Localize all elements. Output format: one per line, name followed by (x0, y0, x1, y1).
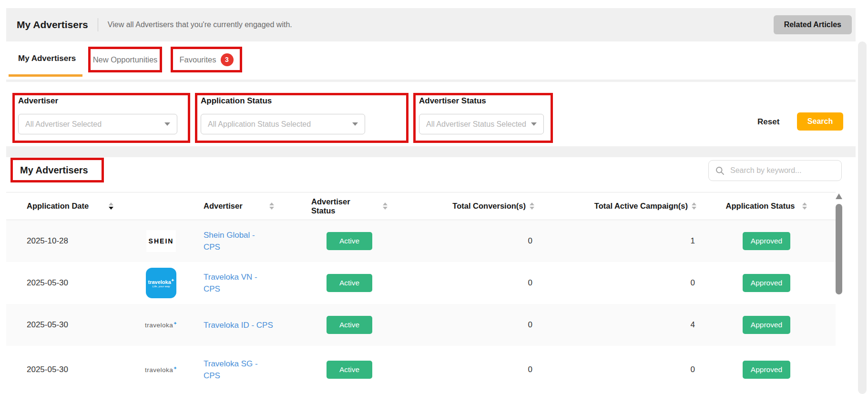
tab-favourites[interactable]: Favourites 3 (179, 53, 233, 66)
cell-application-date: 2025-05-30 (6, 365, 144, 374)
tab-my-advertisers[interactable]: My Advertisers (18, 54, 76, 63)
application-status-badge: Approved (743, 361, 790, 379)
traveloka-text-logo: traveloka✦ (145, 366, 177, 374)
sort-icon[interactable] (269, 202, 274, 210)
advertiser-link[interactable]: Traveloka SG -CPS (204, 358, 258, 382)
page-scrollbar-track[interactable] (858, 41, 867, 394)
traveloka-text-logo: traveloka✦ (145, 322, 177, 329)
cell-total-conversions: 0 (388, 365, 535, 374)
cell-application-date: 2025-05-30 (6, 278, 144, 288)
cell-application-status: Approved (697, 361, 836, 379)
tab-favourites-label: Favourites (179, 55, 216, 64)
shein-logo: SHEIN (146, 230, 176, 252)
advertiser-link[interactable]: Traveloka ID - CPS (204, 319, 273, 331)
cell-total-active-campaigns: 0 (535, 365, 697, 374)
cell-advertiser: Traveloka SG -CPS (178, 358, 311, 382)
page-subtitle: View all Advertisers that you're current… (108, 20, 292, 29)
advertiser-status-badge: Active (327, 316, 372, 334)
advertiser-link[interactable]: Shein Global -CPS (204, 229, 255, 253)
caret-down-icon (352, 122, 358, 126)
keyword-search-box[interactable] (708, 160, 842, 181)
application-status-badge: Approved (743, 232, 790, 250)
advertiser-status-badge: Active (327, 232, 372, 250)
sort-icon[interactable] (530, 202, 534, 210)
column-header-total-conversions[interactable]: Total Conversion(s) (388, 192, 535, 220)
cell-logo: traveloka✦Life, your way (144, 268, 178, 298)
active-tab-underline (9, 74, 82, 77)
advertiser-status-filter-label: Advertiser Status (419, 96, 551, 106)
advertiser-filter-dropdown[interactable]: All Advertiser Selected (18, 114, 177, 134)
annotation-box-application-status-filter: Application Status All Application Statu… (195, 93, 408, 143)
related-articles-button[interactable]: Related Articles (774, 15, 852, 34)
page-title: My Advertisers (17, 19, 88, 30)
cell-total-active-campaigns: 4 (535, 320, 697, 330)
title-divider (98, 18, 98, 31)
cell-total-conversions: 0 (388, 320, 535, 330)
sort-icon[interactable] (802, 202, 807, 210)
annotation-box-favourites: Favourites 3 (171, 47, 242, 72)
application-status-filter-label: Application Status (201, 96, 406, 106)
tabs-bar: My Advertisers New Opportunities Favouri… (6, 41, 856, 80)
cell-application-status: Approved (697, 232, 836, 250)
table-header-row: Application Date Advertiser Advertiser S… (6, 192, 836, 220)
cell-logo: traveloka✦ (144, 366, 178, 374)
application-status-badge: Approved (743, 274, 790, 292)
page: My Advertisers View all Advertisers that… (0, 0, 868, 394)
table-scrollbar-up-arrow-icon[interactable] (836, 193, 842, 199)
table-scrollbar-thumb[interactable] (836, 204, 842, 294)
column-header-application-date[interactable]: Application Date (6, 192, 144, 220)
column-header-advertiser[interactable]: Advertiser (178, 192, 311, 220)
column-header-total-active-campaigns[interactable]: Total Active Campaign(s) (535, 192, 697, 220)
cell-advertiser: Traveloka ID - CPS (178, 319, 311, 331)
cell-advertiser-status: Active (311, 361, 388, 379)
cell-application-date: 2025-10-28 (6, 236, 144, 246)
keyword-search-input[interactable] (730, 166, 835, 175)
sort-icon[interactable] (692, 202, 696, 210)
cell-application-status: Approved (697, 316, 836, 334)
column-header-logo (144, 192, 178, 220)
table-card: My Advertisers Application Date Advertis… (6, 157, 856, 394)
advertiser-status-badge: Active (327, 361, 372, 379)
caret-down-icon (531, 122, 537, 126)
annotation-box-section-title: My Advertisers (10, 158, 104, 182)
table-row: 2025-10-28 SHEIN Shein Global -CPS Activ… (6, 220, 836, 262)
cell-application-date: 2025-05-30 (6, 320, 144, 330)
cell-application-status: Approved (697, 274, 836, 292)
cell-advertiser-status: Active (311, 232, 388, 250)
section-title: My Advertisers (20, 165, 88, 176)
advertiser-filter-value: All Advertiser Selected (25, 120, 102, 129)
application-status-filter-dropdown[interactable]: All Application Status Selected (201, 114, 365, 134)
reset-button[interactable]: Reset (757, 117, 779, 127)
tab-new-opportunities[interactable]: New Opportunities (93, 55, 158, 64)
advertiser-status-filter-dropdown[interactable]: All Advertiser Status Selected (419, 114, 544, 134)
caret-down-icon (164, 122, 170, 126)
cell-advertiser-status: Active (311, 274, 388, 292)
column-header-application-status[interactable]: Application Status (697, 192, 836, 220)
annotation-box-advertiser-filter: Advertiser All Advertiser Selected (12, 93, 190, 143)
cell-logo: SHEIN (144, 230, 178, 252)
application-status-badge: Approved (743, 316, 790, 334)
annotation-box-new-opportunities: New Opportunities (88, 47, 162, 72)
sort-icon[interactable] (109, 202, 113, 210)
column-header-advertiser-status[interactable]: Advertiser Status (311, 192, 388, 220)
table-row: 2025-05-30 traveloka✦ Traveloka ID - CPS… (6, 304, 836, 346)
table-row: 2025-05-30 traveloka✦ Traveloka SG -CPS … (6, 346, 836, 394)
cell-total-active-campaigns: 0 (535, 278, 697, 288)
sort-icon[interactable] (383, 202, 388, 210)
cell-advertiser: Shein Global -CPS (178, 229, 311, 253)
cell-total-active-campaigns: 1 (535, 236, 697, 246)
cell-total-conversions: 0 (388, 278, 535, 288)
application-status-filter-value: All Application Status Selected (208, 120, 311, 129)
advertiser-link[interactable]: Traveloka VN -CPS (204, 271, 257, 295)
advertiser-status-filter-value: All Advertiser Status Selected (426, 120, 526, 129)
annotation-box-advertiser-status-filter: Advertiser Status All Advertiser Status … (413, 93, 553, 143)
header-band: My Advertisers View all Advertisers that… (6, 8, 856, 41)
table-row: 2025-05-30 traveloka✦Life, your way Trav… (6, 262, 836, 304)
cell-advertiser-status: Active (311, 316, 388, 334)
cell-advertiser: Traveloka VN -CPS (178, 271, 311, 295)
table-body: 2025-10-28 SHEIN Shein Global -CPS Activ… (6, 220, 836, 394)
traveloka-square-logo: traveloka✦Life, your way (146, 268, 176, 298)
search-button[interactable]: Search (797, 112, 843, 131)
cell-logo: traveloka✦ (144, 322, 178, 329)
advertiser-status-badge: Active (327, 274, 372, 292)
